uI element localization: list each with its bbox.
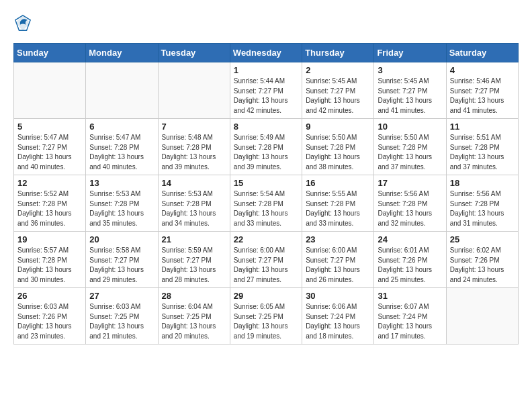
day-info: Sunrise: 5:45 AM Sunset: 7:27 PM Dayligh… <box>378 77 442 116</box>
day-info: Sunrise: 5:52 AM Sunset: 7:28 PM Dayligh… <box>17 189 82 228</box>
day-number: 25 <box>450 234 515 244</box>
day-number: 21 <box>162 234 226 244</box>
day-info: Sunrise: 5:48 AM Sunset: 7:28 PM Dayligh… <box>162 133 226 172</box>
day-number: 31 <box>378 291 442 301</box>
calendar-cell: 19Sunrise: 5:57 AM Sunset: 7:28 PM Dayli… <box>14 232 86 288</box>
day-number: 6 <box>89 122 154 132</box>
calendar-week-row: 5Sunrise: 5:47 AM Sunset: 7:27 PM Daylig… <box>14 119 519 175</box>
calendar-cell: 14Sunrise: 5:53 AM Sunset: 7:28 PM Dayli… <box>158 175 230 232</box>
day-info: Sunrise: 5:50 AM Sunset: 7:28 PM Dayligh… <box>378 133 442 172</box>
day-info: Sunrise: 6:04 AM Sunset: 7:25 PM Dayligh… <box>162 302 226 341</box>
day-number: 12 <box>17 178 82 188</box>
calendar-cell: 10Sunrise: 5:50 AM Sunset: 7:28 PM Dayli… <box>374 119 446 175</box>
calendar-cell: 6Sunrise: 5:47 AM Sunset: 7:28 PM Daylig… <box>86 119 158 175</box>
calendar-cell: 22Sunrise: 6:00 AM Sunset: 7:27 PM Dayli… <box>230 232 302 288</box>
calendar-cell: 11Sunrise: 5:51 AM Sunset: 7:28 PM Dayli… <box>446 119 518 175</box>
calendar-cell: 24Sunrise: 6:01 AM Sunset: 7:26 PM Dayli… <box>374 232 446 288</box>
day-info: Sunrise: 6:03 AM Sunset: 7:25 PM Dayligh… <box>89 302 154 341</box>
day-number: 9 <box>306 122 370 132</box>
calendar-cell: 30Sunrise: 6:06 AM Sunset: 7:24 PM Dayli… <box>302 288 374 345</box>
day-info: Sunrise: 6:02 AM Sunset: 7:26 PM Dayligh… <box>450 246 515 285</box>
day-info: Sunrise: 6:00 AM Sunset: 7:27 PM Dayligh… <box>306 246 370 285</box>
day-number: 2 <box>306 65 370 75</box>
calendar-cell: 9Sunrise: 5:50 AM Sunset: 7:28 PM Daylig… <box>302 119 374 175</box>
calendar-cell: 26Sunrise: 6:03 AM Sunset: 7:26 PM Dayli… <box>14 288 86 345</box>
calendar-cell: 15Sunrise: 5:54 AM Sunset: 7:28 PM Dayli… <box>230 175 302 232</box>
weekday-header-tuesday: Tuesday <box>158 44 230 62</box>
weekday-header-thursday: Thursday <box>302 44 374 62</box>
calendar-header: SundayMondayTuesdayWednesdayThursdayFrid… <box>14 44 519 62</box>
weekday-header-saturday: Saturday <box>446 44 518 62</box>
calendar-cell: 21Sunrise: 5:59 AM Sunset: 7:27 PM Dayli… <box>158 232 230 288</box>
calendar-cell: 12Sunrise: 5:52 AM Sunset: 7:28 PM Dayli… <box>14 175 86 232</box>
day-number: 24 <box>378 234 442 244</box>
day-number: 29 <box>234 291 298 301</box>
calendar-cell: 3Sunrise: 5:45 AM Sunset: 7:27 PM Daylig… <box>374 62 446 119</box>
day-number: 5 <box>17 122 82 132</box>
calendar-cell: 31Sunrise: 6:07 AM Sunset: 7:24 PM Dayli… <box>374 288 446 345</box>
day-number: 8 <box>234 122 298 132</box>
day-number: 22 <box>234 234 298 244</box>
day-info: Sunrise: 5:55 AM Sunset: 7:28 PM Dayligh… <box>306 189 370 228</box>
day-info: Sunrise: 5:53 AM Sunset: 7:28 PM Dayligh… <box>162 189 226 228</box>
day-number: 15 <box>234 178 298 188</box>
calendar-week-row: 19Sunrise: 5:57 AM Sunset: 7:28 PM Dayli… <box>14 232 519 288</box>
day-number: 4 <box>450 65 515 75</box>
day-number: 18 <box>450 178 515 188</box>
calendar-cell: 29Sunrise: 6:05 AM Sunset: 7:25 PM Dayli… <box>230 288 302 345</box>
logo <box>13 13 35 32</box>
day-info: Sunrise: 5:44 AM Sunset: 7:27 PM Dayligh… <box>234 77 298 116</box>
calendar-cell: 7Sunrise: 5:48 AM Sunset: 7:28 PM Daylig… <box>158 119 230 175</box>
calendar-cell: 13Sunrise: 5:53 AM Sunset: 7:28 PM Dayli… <box>86 175 158 232</box>
day-info: Sunrise: 5:59 AM Sunset: 7:27 PM Dayligh… <box>162 246 226 285</box>
calendar-cell: 20Sunrise: 5:58 AM Sunset: 7:27 PM Dayli… <box>86 232 158 288</box>
weekday-header-sunday: Sunday <box>14 44 86 62</box>
calendar-cell: 23Sunrise: 6:00 AM Sunset: 7:27 PM Dayli… <box>302 232 374 288</box>
day-info: Sunrise: 5:47 AM Sunset: 7:27 PM Dayligh… <box>17 133 82 172</box>
day-info: Sunrise: 6:05 AM Sunset: 7:25 PM Dayligh… <box>234 302 298 341</box>
page-header <box>13 13 519 32</box>
day-info: Sunrise: 6:03 AM Sunset: 7:26 PM Dayligh… <box>17 302 82 341</box>
day-info: Sunrise: 5:47 AM Sunset: 7:28 PM Dayligh… <box>89 133 154 172</box>
day-number: 28 <box>162 291 226 301</box>
day-info: Sunrise: 5:46 AM Sunset: 7:27 PM Dayligh… <box>450 77 515 116</box>
weekday-header-row: SundayMondayTuesdayWednesdayThursdayFrid… <box>14 44 519 62</box>
day-number: 19 <box>17 234 82 244</box>
day-number: 30 <box>306 291 370 301</box>
day-number: 14 <box>162 178 226 188</box>
day-number: 11 <box>450 122 515 132</box>
day-number: 1 <box>234 65 298 75</box>
calendar-cell: 25Sunrise: 6:02 AM Sunset: 7:26 PM Dayli… <box>446 232 518 288</box>
day-number: 17 <box>378 178 442 188</box>
day-info: Sunrise: 5:49 AM Sunset: 7:28 PM Dayligh… <box>234 133 298 172</box>
calendar-cell: 16Sunrise: 5:55 AM Sunset: 7:28 PM Dayli… <box>302 175 374 232</box>
calendar-cell: 27Sunrise: 6:03 AM Sunset: 7:25 PM Dayli… <box>86 288 158 345</box>
calendar-table: SundayMondayTuesdayWednesdayThursdayFrid… <box>13 43 519 345</box>
weekday-header-friday: Friday <box>374 44 446 62</box>
calendar-cell: 4Sunrise: 5:46 AM Sunset: 7:27 PM Daylig… <box>446 62 518 119</box>
day-info: Sunrise: 5:56 AM Sunset: 7:28 PM Dayligh… <box>378 189 442 228</box>
day-number: 13 <box>89 178 154 188</box>
day-number: 26 <box>17 291 82 301</box>
calendar-week-row: 26Sunrise: 6:03 AM Sunset: 7:26 PM Dayli… <box>14 288 519 345</box>
calendar-cell <box>14 62 86 119</box>
calendar-week-row: 12Sunrise: 5:52 AM Sunset: 7:28 PM Dayli… <box>14 175 519 232</box>
day-info: Sunrise: 5:50 AM Sunset: 7:28 PM Dayligh… <box>306 133 370 172</box>
day-info: Sunrise: 5:53 AM Sunset: 7:28 PM Dayligh… <box>89 189 154 228</box>
day-number: 16 <box>306 178 370 188</box>
day-info: Sunrise: 5:54 AM Sunset: 7:28 PM Dayligh… <box>234 189 298 228</box>
day-info: Sunrise: 6:00 AM Sunset: 7:27 PM Dayligh… <box>234 246 298 285</box>
day-number: 7 <box>162 122 226 132</box>
calendar-cell <box>86 62 158 119</box>
day-number: 27 <box>89 291 154 301</box>
day-number: 20 <box>89 234 154 244</box>
calendar-cell: 2Sunrise: 5:45 AM Sunset: 7:27 PM Daylig… <box>302 62 374 119</box>
day-info: Sunrise: 5:45 AM Sunset: 7:27 PM Dayligh… <box>306 77 370 116</box>
calendar-cell: 5Sunrise: 5:47 AM Sunset: 7:27 PM Daylig… <box>14 119 86 175</box>
day-number: 23 <box>306 234 370 244</box>
logo-icon <box>13 13 32 32</box>
day-number: 10 <box>378 122 442 132</box>
calendar-cell: 28Sunrise: 6:04 AM Sunset: 7:25 PM Dayli… <box>158 288 230 345</box>
day-info: Sunrise: 5:58 AM Sunset: 7:27 PM Dayligh… <box>89 246 154 285</box>
calendar-week-row: 1Sunrise: 5:44 AM Sunset: 7:27 PM Daylig… <box>14 62 519 119</box>
